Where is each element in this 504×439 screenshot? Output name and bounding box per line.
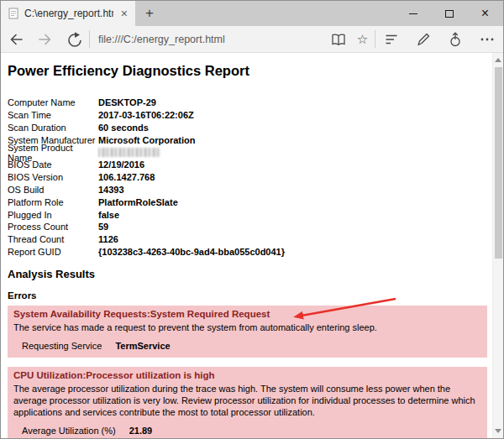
redacted-value [98, 148, 160, 157]
info-row: BIOS Version106.1427.768 [8, 171, 492, 184]
forward-button[interactable] [30, 26, 60, 53]
info-row: Report GUID{103238c3-4263-40bc-9ad4-bba0… [8, 246, 492, 259]
info-row: BIOS Date12/19/2016 [8, 159, 492, 171]
more-ellipsis-icon [479, 31, 496, 48]
scrollbar-down-icon[interactable] [495, 429, 501, 433]
info-row: System Product Name [8, 146, 492, 159]
hub-button[interactable] [375, 26, 407, 53]
error-detail-label: Requesting Service [22, 341, 102, 351]
info-row: Scan Duration60 seconds [8, 122, 492, 134]
refresh-icon [66, 31, 83, 48]
tab-title: C:\energy_report.html [24, 8, 113, 19]
window-controls: × [395, 1, 503, 26]
titlebar-drag-area [164, 1, 395, 26]
refresh-button[interactable] [60, 26, 89, 53]
favorites-star-button[interactable]: ☆ [350, 26, 375, 53]
tab-close-icon[interactable]: × [119, 8, 129, 19]
vertical-scrollbar[interactable] [492, 53, 503, 438]
error-title: CPU Utilization:Processor utilization is… [13, 370, 481, 380]
error-description: The average processor utilization during… [13, 383, 481, 419]
titlebar: C:\energy_report.html × + × [1, 1, 503, 26]
errors-heading: Errors [8, 290, 492, 301]
minimize-icon [409, 13, 417, 14]
browser-toolbar: file:///C:/energy_report.html ☆ [1, 26, 503, 53]
page-content: Power Efficiency Diagnostics Report Comp… [1, 53, 503, 438]
star-icon: ☆ [357, 32, 368, 47]
page-title: Power Efficiency Diagnostics Report [8, 63, 492, 79]
pen-icon [415, 31, 432, 48]
browser-tab[interactable]: C:\energy_report.html × [1, 1, 135, 26]
back-button[interactable] [1, 26, 30, 53]
scrollbar-up-icon[interactable] [495, 58, 501, 62]
web-note-button[interactable] [407, 26, 439, 53]
error-detail-value: TermService [115, 341, 170, 351]
info-row: Platform RolePlatformRoleSlate [8, 196, 492, 208]
info-row: Plugged Infalse [8, 208, 492, 221]
reading-view-button[interactable] [326, 26, 350, 53]
close-button[interactable]: × [467, 1, 503, 26]
info-row: Process Count59 [8, 221, 492, 233]
info-row: Scan Time2017-03-16T06:22:06Z [8, 109, 492, 122]
hub-lines-icon [383, 31, 400, 48]
error-box-system-required: System Availability Requests:System Requ… [8, 306, 487, 357]
error-description: The service has made a request to preven… [13, 321, 481, 333]
scrollbar-thumb[interactable] [495, 67, 502, 259]
reading-view-book-icon [330, 31, 347, 48]
error-detail-row: Average Utilization (%) 21.89 [22, 426, 481, 436]
minimize-button[interactable] [395, 1, 431, 26]
info-row: Thread Count1126 [8, 233, 492, 246]
back-icon [8, 31, 24, 48]
more-button[interactable] [471, 26, 503, 53]
new-tab-button[interactable]: + [135, 1, 164, 26]
error-title: System Availability Requests:System Requ… [13, 309, 481, 319]
error-box-cpu-utilization: CPU Utilization:Processor utilization is… [8, 367, 487, 438]
share-icon [447, 31, 464, 48]
error-detail-row: Requesting Service TermService [22, 341, 481, 351]
error-detail-value: 21.89 [129, 426, 153, 436]
browser-window: C:\energy_report.html × + × [0, 0, 504, 439]
info-row: OS Build14393 [8, 184, 492, 196]
share-button[interactable] [439, 26, 471, 53]
address-bar[interactable]: file:///C:/energy_report.html ☆ [90, 26, 375, 53]
page-favicon-icon [8, 8, 18, 19]
url-text: file:///C:/energy_report.html [98, 34, 326, 45]
maximize-icon [445, 10, 454, 18]
close-icon: × [481, 7, 489, 20]
forward-icon [37, 31, 54, 48]
system-info-table: Computer NameDESKTOP-29 Scan Time2017-03… [8, 97, 492, 258]
analysis-results-heading: Analysis Results [8, 268, 492, 280]
maximize-button[interactable] [431, 1, 467, 26]
error-detail-label: Average Utilization (%) [22, 426, 116, 436]
info-row: Computer NameDESKTOP-29 [8, 97, 492, 109]
